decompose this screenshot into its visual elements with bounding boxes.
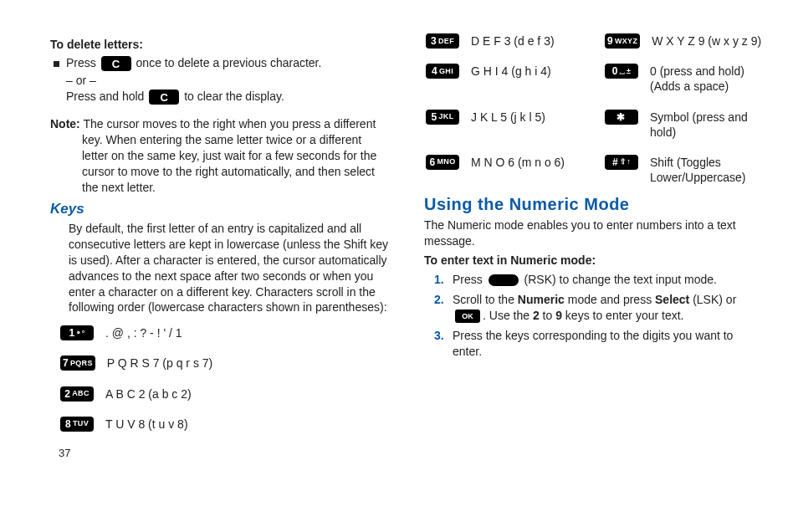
keypad-grid-left: 1∘° . @ , : ? - ! ' / 1 7PQRS P Q R S 7 …	[50, 325, 391, 432]
text: Press	[66, 56, 100, 69]
text: once to delete a previous character.	[136, 56, 322, 69]
key-label: G H I 4 (g h i 4)	[471, 64, 551, 79]
text: . Use the	[483, 309, 533, 322]
text: 9	[555, 309, 562, 322]
key-label: 0 (press and hold) (Adds a space)	[650, 64, 762, 94]
keycap-icon: 3DEF	[426, 33, 459, 49]
text: – or –	[66, 74, 321, 87]
key-label: P Q R S 7 (p q r s 7)	[107, 356, 213, 371]
key-label: . @ , : ? - ! ' / 1	[105, 325, 182, 340]
page: To delete letters: Press C once to delet…	[0, 0, 798, 532]
note-body: The cursor moves to the right when you p…	[80, 117, 376, 194]
text: (RSK) to change the text input mode.	[524, 273, 717, 286]
key-6: 6MNO M N O 6 (m n o 6)	[424, 155, 583, 185]
key-4: 4GHI G H I 4 (g h i 4)	[424, 64, 583, 94]
key-label: W X Y Z 9 (w x y z 9)	[652, 33, 761, 49]
delete-heading: To delete letters:	[50, 37, 391, 53]
numeric-sub: To enter text in Numeric mode:	[424, 253, 765, 269]
key-9: 9WXYZ W X Y Z 9 (w x y z 9)	[603, 33, 762, 49]
step-1: Press (RSK) to change the text input mod…	[434, 272, 765, 289]
ok-key-icon: OK	[455, 309, 480, 323]
key-label: D E F 3 (d e f 3)	[471, 33, 555, 49]
keycap-icon: 8TUV	[60, 417, 94, 432]
keycap-icon: ✱	[605, 110, 638, 125]
key-label: A B C 2 (a b c 2)	[105, 386, 192, 402]
keycap-icon: 5JKL	[426, 110, 459, 125]
text: to clear the display.	[184, 90, 284, 103]
keypad-grid-right: 3DEF D E F 3 (d e f 3) 9WXYZ W X Y Z 9 (…	[424, 33, 765, 185]
text: 2	[533, 309, 540, 322]
key-3: 3DEF D E F 3 (d e f 3)	[424, 33, 583, 49]
c-key-icon: C	[101, 56, 131, 71]
keycap-icon: #⇧↑	[605, 155, 638, 170]
key-label: J K L 5 (j k l 5)	[471, 110, 545, 125]
key-label: T U V 8 (t u v 8)	[105, 417, 188, 432]
text: to	[540, 309, 555, 322]
keycap-icon: 6MNO	[426, 155, 459, 170]
text: keys to enter your text.	[562, 309, 684, 322]
key-8: 8TUV T U V 8 (t u v 8)	[59, 417, 226, 432]
keycap-icon: 1∘°	[60, 325, 94, 340]
keycap-icon: 4GHI	[426, 64, 459, 79]
left-column: To delete letters: Press C once to delet…	[50, 33, 391, 524]
softkey-icon	[489, 274, 519, 286]
key-7: 7PQRS P Q R S 7 (p q r s 7)	[59, 356, 226, 371]
key-2: 2ABC A B C 2 (a b c 2)	[59, 386, 226, 402]
numeric-steps: Press (RSK) to change the text input mod…	[424, 272, 765, 361]
text: Press the keys corresponding to the digi…	[453, 328, 765, 361]
step-3: Press the keys corresponding to the digi…	[434, 328, 765, 361]
keys-body: By default, the first letter of an entry…	[50, 221, 391, 315]
text: Select	[655, 293, 689, 306]
key-label: M N O 6 (m n o 6)	[471, 155, 565, 170]
numeric-intro: The Numeric mode enables you to enter nu…	[424, 217, 765, 249]
key-label: Shift (Toggles Lower/Uppercase)	[650, 155, 762, 185]
bullet-delete-once: Press C once to delete a previous charac…	[50, 56, 391, 105]
text: Press	[453, 273, 486, 286]
note: Note: The cursor moves to the right when…	[50, 116, 391, 195]
bullet-icon	[54, 61, 59, 67]
key-1: 1∘° . @ , : ? - ! ' / 1	[59, 325, 226, 340]
keys-heading: Keys	[50, 201, 391, 217]
keycap-icon: 7PQRS	[60, 356, 95, 371]
text: Numeric	[518, 293, 565, 306]
page-number: 37	[50, 447, 391, 459]
key-hash: #⇧↑ Shift (Toggles Lower/Uppercase)	[603, 155, 762, 185]
right-column: 3DEF D E F 3 (d e f 3) 9WXYZ W X Y Z 9 (…	[424, 33, 765, 524]
key-star: ✱ Symbol (press and hold)	[603, 110, 762, 140]
keycap-icon: 9WXYZ	[605, 33, 640, 49]
text: mode and press	[565, 293, 655, 306]
step-2: Scroll to the Numeric mode and press Sel…	[434, 292, 765, 325]
key-0: 0⎵ ± 0 (press and hold) (Adds a space)	[603, 64, 762, 94]
c-key-icon: C	[149, 90, 179, 105]
text: Press and hold	[66, 90, 147, 103]
keycap-icon: 0⎵ ±	[605, 64, 638, 79]
key-label: Symbol (press and hold)	[650, 110, 762, 140]
note-label: Note:	[50, 117, 80, 130]
numeric-heading: Using the Numeric Mode	[424, 195, 765, 214]
text: Scroll to the	[453, 293, 518, 306]
key-5: 5JKL J K L 5 (j k l 5)	[424, 110, 583, 140]
keycap-icon: 2ABC	[60, 386, 94, 402]
text: (LSK) or	[689, 293, 736, 306]
